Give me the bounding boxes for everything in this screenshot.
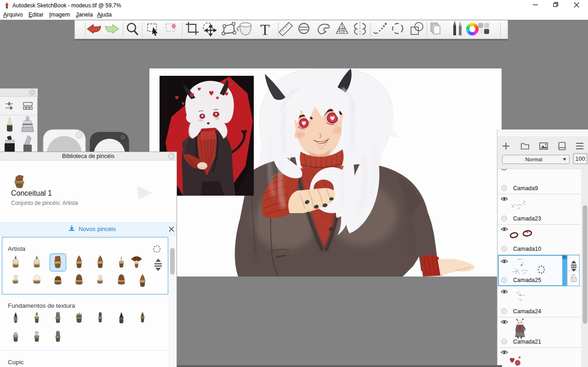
svg-text:T: T (260, 21, 270, 38)
svg-text:Camada24: Camada24 (513, 308, 541, 315)
svg-text:Camada10: Camada10 (513, 246, 541, 252)
svg-text:Normal: Normal (525, 157, 542, 162)
svg-text:Conceitual 1: Conceitual 1 (11, 189, 52, 197)
svg-text:Conjunto de pincéis: Artista: Conjunto de pincéis: Artista (11, 200, 78, 206)
svg-text:Camada9: Camada9 (513, 185, 538, 192)
svg-text:Copic: Copic (8, 359, 24, 366)
svg-text:Camada23: Camada23 (513, 215, 541, 222)
svg-text:Artista: Artista (8, 245, 26, 252)
svg-text:Camada25: Camada25 (513, 277, 541, 283)
svg-text:Fundamentos de textura: Fundamentos de textura (8, 302, 75, 309)
svg-text:Biblioteca de pincéis: Biblioteca de pincéis (62, 153, 114, 159)
svg-text:Camada21: Camada21 (513, 339, 541, 345)
svg-text:Novos pincéis: Novos pincéis (79, 226, 116, 232)
svg-text:100: 100 (576, 156, 585, 162)
